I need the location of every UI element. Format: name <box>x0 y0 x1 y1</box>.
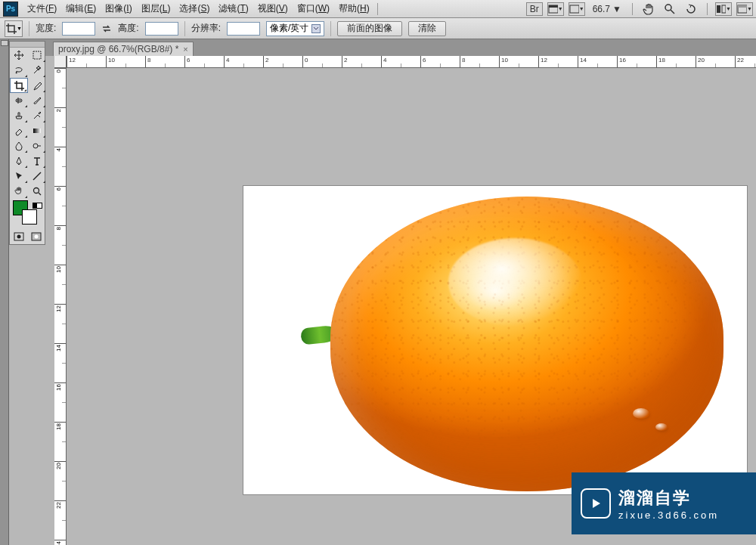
hand-tool-icon[interactable] <box>640 2 657 16</box>
resolution-unit-select[interactable]: 像素/英寸 <box>266 21 324 36</box>
rotate-view-icon[interactable] <box>683 2 699 16</box>
crop-icon <box>5 23 17 35</box>
history-brush-tool[interactable] <box>28 108 46 123</box>
brush-tool[interactable] <box>28 93 46 108</box>
svg-rect-1 <box>549 5 558 8</box>
dock-tab[interactable] <box>1 40 8 46</box>
svg-point-14 <box>34 188 39 194</box>
unit-label: 像素/英寸 <box>270 22 308 35</box>
resolution-label: 分辨率: <box>191 22 221 35</box>
svg-point-12 <box>33 144 38 148</box>
svg-line-15 <box>39 193 41 195</box>
canvas[interactable] <box>243 186 747 494</box>
svg-point-17 <box>17 235 20 239</box>
separator <box>184 21 185 36</box>
menu-view[interactable]: 视图(V) <box>253 1 293 17</box>
menu-edit[interactable]: 编辑(E) <box>61 1 101 17</box>
document-tab-strip: proxy.jpg @ 66.7%(RGB/8#) * × <box>9 39 756 56</box>
width-label: 宽度: <box>36 22 56 35</box>
magic-wand-tool[interactable] <box>28 63 46 78</box>
svg-point-19 <box>34 235 38 239</box>
svg-rect-5 <box>717 5 720 13</box>
height-label: 高度: <box>118 22 138 35</box>
menu-image[interactable]: 图像(I) <box>101 1 136 17</box>
blur-tool[interactable] <box>10 138 28 153</box>
separator <box>377 3 378 15</box>
svg-rect-11 <box>33 129 41 133</box>
menu-layer[interactable]: 图层(L) <box>137 1 175 17</box>
pen-tool[interactable] <box>10 153 28 169</box>
zoom-value[interactable]: 66.7 ▼ <box>590 4 624 14</box>
screen-switch-dropdown[interactable]: ▼ <box>736 2 753 16</box>
marquee-tool[interactable] <box>28 48 46 63</box>
healing-brush-tool[interactable] <box>10 93 28 108</box>
ruler-origin[interactable] <box>54 56 67 68</box>
options-bar: ▼ 宽度: 高度: 分辨率: 像素/英寸 前面的图像 清除 <box>0 18 756 39</box>
background-color[interactable] <box>22 209 37 225</box>
color-swatches <box>10 199 45 229</box>
move-tool[interactable] <box>10 48 28 63</box>
type-tool[interactable] <box>28 153 46 169</box>
separator <box>632 3 633 15</box>
panel-grip[interactable] <box>10 42 45 48</box>
arrange-dropdown[interactable]: ▼ <box>715 2 732 16</box>
clone-stamp-tool[interactable] <box>10 108 28 123</box>
close-tab-icon[interactable]: × <box>183 45 187 54</box>
clear-button[interactable]: 清除 <box>408 21 446 36</box>
menu-right-group: Br ▼ ▼ 66.7 ▼ ▼ ▼ <box>526 2 753 16</box>
menu-select[interactable]: 选择(S) <box>175 1 214 17</box>
document-area: proxy.jpg @ 66.7%(RGB/8#) * × 1210864202… <box>9 39 756 545</box>
menu-window[interactable]: 窗口(W) <box>293 1 334 17</box>
lasso-tool[interactable] <box>10 63 28 78</box>
shape-tool[interactable] <box>28 169 46 184</box>
vertical-ruler[interactable]: 024681012141618202224 <box>54 68 67 545</box>
quickmask-mode-icon[interactable] <box>27 229 45 244</box>
svg-line-4 <box>671 10 674 14</box>
document-tab[interactable]: proxy.jpg @ 66.7%(RGB/8#) * × <box>53 42 194 56</box>
svg-line-13 <box>33 172 41 180</box>
zoom-tool[interactable] <box>28 184 46 199</box>
eyedropper-tool[interactable] <box>28 78 46 93</box>
hand-tool[interactable] <box>10 184 28 199</box>
document-tab-title: proxy.jpg @ 66.7%(RGB/8#) * <box>58 44 178 54</box>
menu-help[interactable]: 帮助(H) <box>334 1 374 17</box>
current-tool-indicator[interactable]: ▼ <box>5 20 23 37</box>
chevron-down-icon: ▼ <box>612 4 621 14</box>
standard-mode-icon[interactable] <box>10 229 27 244</box>
screenmode-dropdown[interactable]: ▼ <box>569 2 585 16</box>
resolution-input[interactable] <box>227 22 260 36</box>
play-icon <box>581 488 611 519</box>
svg-rect-2 <box>570 5 579 13</box>
layout-dropdown[interactable]: ▼ <box>547 2 564 16</box>
separator <box>29 21 29 36</box>
dodge-tool[interactable] <box>28 138 46 153</box>
panel-dock-strip[interactable] <box>0 39 9 545</box>
workspace: proxy.jpg @ 66.7%(RGB/8#) * × 1210864202… <box>0 39 756 545</box>
svg-rect-10 <box>16 99 22 102</box>
watermark-url: zixue.3d66.com <box>618 509 719 521</box>
water-droplet <box>633 408 649 419</box>
zoom-tool-icon[interactable] <box>662 2 678 16</box>
height-input[interactable] <box>145 22 178 36</box>
separator <box>330 21 331 36</box>
bridge-button[interactable]: Br <box>526 2 543 16</box>
swap-icon[interactable] <box>101 23 112 34</box>
svg-point-3 <box>665 5 671 11</box>
gradient-tool[interactable] <box>28 123 46 138</box>
svg-rect-9 <box>33 51 41 59</box>
horizontal-ruler[interactable]: 1210864202468101214161820222426283032343… <box>67 56 756 68</box>
svg-rect-8 <box>738 5 747 8</box>
menu-filter[interactable]: 滤镜(T) <box>214 1 253 17</box>
watermark-title: 溜溜自学 <box>618 487 719 509</box>
menu-file[interactable]: 文件(F) <box>23 1 61 17</box>
path-selection-tool[interactable] <box>10 169 28 184</box>
front-image-button[interactable]: 前面的图像 <box>337 21 402 36</box>
menu-bar: Ps 文件(F) 编辑(E) 图像(I) 图层(L) 选择(S) 滤镜(T) 视… <box>0 0 756 18</box>
width-input[interactable] <box>62 22 95 36</box>
separator <box>707 3 708 15</box>
water-droplet <box>655 423 668 431</box>
chevron-down-icon <box>311 24 321 33</box>
app-logo: Ps <box>3 2 18 17</box>
eraser-tool[interactable] <box>10 123 28 138</box>
crop-tool[interactable] <box>10 78 28 93</box>
